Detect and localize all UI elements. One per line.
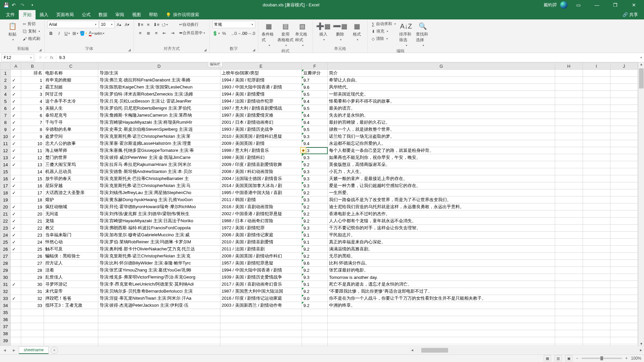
cell[interactable]: 17 <box>21 189 44 196</box>
cell[interactable] <box>21 330 44 337</box>
cell[interactable] <box>583 218 610 225</box>
cell[interactable]: 放牛班的春天 <box>44 175 98 182</box>
view-page-break-icon[interactable]: ▣ <box>565 355 573 361</box>
cell[interactable] <box>610 203 638 210</box>
cell[interactable] <box>98 330 220 337</box>
cell[interactable]: 海上钢琴师 <box>44 147 98 154</box>
maximize-icon[interactable]: ❐ <box>608 0 623 10</box>
cell[interactable] <box>555 161 583 168</box>
cell[interactable]: 失去的才是永恒的。 <box>328 112 555 119</box>
cell[interactable] <box>610 232 638 239</box>
cell[interactable] <box>220 309 302 316</box>
qat-customize-icon[interactable]: ▾ <box>28 1 36 9</box>
cell[interactable]: 我们一路奋战不是为了改变世界，而是为了不让世界改变我们。 <box>328 196 555 203</box>
cell[interactable] <box>555 196 583 203</box>
row-header[interactable]: 35 <box>0 309 11 316</box>
cell[interactable]: 24 <box>21 239 44 246</box>
cell[interactable]: 蝙蝠侠：黑暗骑士 <box>44 253 98 260</box>
cell[interactable]: 3 <box>21 91 44 98</box>
cell[interactable]: 小瓦力，大人生。 <box>328 168 555 175</box>
cell-styles-button[interactable]: ▧单元格样式▾ <box>294 21 310 48</box>
cell[interactable]: 导演:莱塞·霍尔斯道姆LasseHallström 主演:理查 <box>98 140 220 147</box>
row-header[interactable]: 6 <box>0 105 11 112</box>
cell[interactable] <box>610 330 638 337</box>
cell[interactable] <box>610 309 638 316</box>
cell[interactable]: 2004 / 法国瑞士德国 / 剧情音乐 <box>220 175 302 182</box>
cell[interactable] <box>11 260 21 267</box>
cell[interactable]: 9.3 <box>302 175 328 182</box>
cell[interactable] <box>11 309 21 316</box>
cell[interactable] <box>98 337 220 344</box>
cell[interactable] <box>610 112 638 119</box>
cell[interactable]: 教父 <box>44 225 98 232</box>
insert-cells-button[interactable]: ➕▦插入▾ <box>316 21 331 42</box>
cell[interactable] <box>583 330 610 337</box>
cell[interactable] <box>44 323 98 330</box>
cell[interactable]: ✓ <box>11 225 21 232</box>
cell[interactable] <box>583 84 610 91</box>
row-header[interactable]: 2 <box>0 77 11 84</box>
row-header[interactable]: 12 <box>0 147 11 154</box>
scroll-up-icon[interactable]: ▲ <box>638 62 644 66</box>
cell[interactable] <box>583 323 610 330</box>
cell[interactable]: 10 <box>21 140 44 147</box>
cell[interactable] <box>555 218 583 225</box>
cell[interactable]: 导演:弗兰克·德拉邦特FrankDarabont 主演:蒂姆· <box>98 77 220 84</box>
cell[interactable] <box>610 84 638 91</box>
cell[interactable] <box>610 98 638 105</box>
view-page-layout-icon[interactable]: ▥ <box>554 355 562 361</box>
cell[interactable]: 1957 / 美国 / 剧情犯罪悬疑 <box>220 260 302 267</box>
font-name-combo[interactable]: ▾ <box>47 21 99 28</box>
cell[interactable]: 31 <box>21 288 44 295</box>
cell[interactable]: 每个人都要走一条自己坚定了的路，就算是粉身碎骨。 <box>328 147 555 154</box>
cell[interactable]: 9.2 <box>302 246 328 253</box>
cell[interactable]: 触不可及 <box>44 246 98 253</box>
cell[interactable]: 20 <box>21 210 44 218</box>
cell[interactable]: 15 <box>21 175 44 182</box>
cell[interactable]: 豆瓣评分 <box>302 70 328 77</box>
cell[interactable] <box>21 316 44 323</box>
cell[interactable]: ✓ <box>11 126 21 133</box>
cell[interactable] <box>555 225 583 232</box>
underline-icon[interactable]: U <box>63 29 71 37</box>
cell[interactable] <box>555 140 583 147</box>
close-icon[interactable]: ✕ <box>626 0 641 10</box>
cell[interactable]: 13 <box>21 161 44 168</box>
cell[interactable] <box>610 210 638 218</box>
row-header[interactable]: 11 <box>0 140 11 147</box>
cell[interactable]: 2011 / 法国 / 剧情喜剧 <box>220 246 302 253</box>
cell[interactable]: 9.2 <box>302 210 328 218</box>
cell[interactable] <box>610 147 638 154</box>
cell[interactable] <box>555 344 583 346</box>
user-avatar-icon[interactable] <box>560 1 568 9</box>
cell[interactable] <box>11 337 21 344</box>
cell[interactable]: 这个杀手不太冷 <box>44 98 98 105</box>
cell[interactable]: 2014 / 美国英国加拿大冰岛 / 剧 <box>220 182 302 189</box>
tab-data[interactable]: 数据 <box>95 10 111 19</box>
cell[interactable]: 9.3 <box>302 182 328 189</box>
cell[interactable]: 平民励志片。 <box>328 232 555 239</box>
cell[interactable]: 指环王3：王者无敌 <box>44 302 98 309</box>
cell[interactable]: 霸王别姬 <box>44 84 98 91</box>
cell[interactable]: 9.4 <box>302 119 328 126</box>
cell[interactable]: 导演:宫崎骏HayaoMiyazaki 主演:日高法子Noriko <box>98 218 220 225</box>
row-header[interactable]: 13 <box>0 154 11 161</box>
cell[interactable] <box>11 196 21 203</box>
cell[interactable]: 2006 / 美国 / 剧情传记家庭 <box>220 232 302 239</box>
cell[interactable]: ✓ <box>11 175 21 182</box>
cell[interactable]: 导演:张艺谋YimouZhang 主演:葛优YouGe/巩俐I <box>98 267 220 274</box>
cell[interactable] <box>11 302 21 309</box>
cell[interactable] <box>583 274 610 281</box>
cell[interactable]: 9.2 <box>302 253 328 260</box>
cell[interactable] <box>610 126 638 133</box>
cell[interactable] <box>583 168 610 175</box>
horizontal-scroll-thumb[interactable] <box>421 348 448 353</box>
cell[interactable] <box>583 112 610 119</box>
cell[interactable] <box>610 281 638 288</box>
cell[interactable] <box>583 119 610 126</box>
cell[interactable] <box>583 182 610 189</box>
cell[interactable]: 导演:刘镇伟JeffreyLau 主演:周星驰StephenCho <box>98 189 220 196</box>
paste-button[interactable]: 📋 粘贴 ▾ <box>5 21 20 42</box>
cell[interactable]: ✓ <box>11 105 21 112</box>
row-header[interactable]: 17 <box>0 182 11 189</box>
